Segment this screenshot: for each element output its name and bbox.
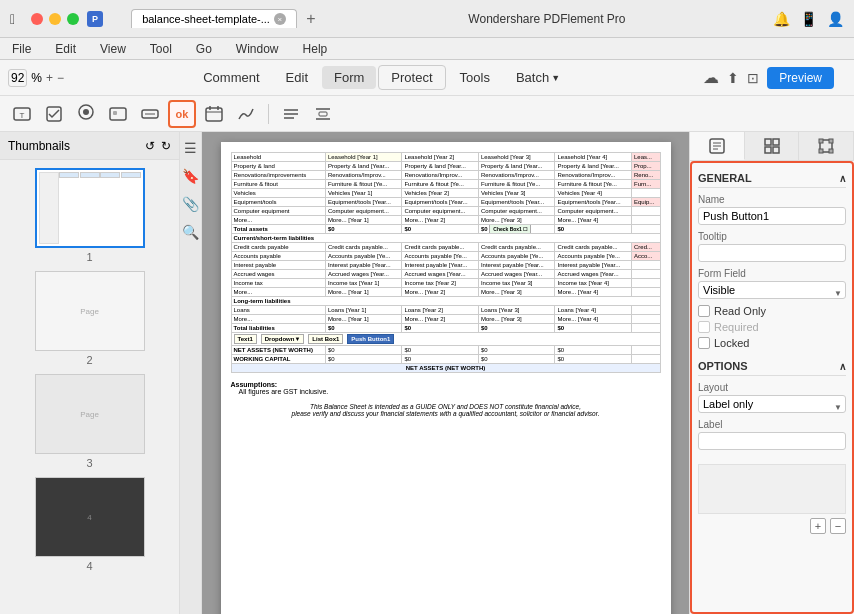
form-field-label: Form Field: [698, 268, 846, 279]
checkbox-button[interactable]: [40, 100, 68, 128]
cloud-upload-icon[interactable]: ☁: [703, 68, 719, 87]
svg-rect-18: [319, 112, 327, 116]
table-row-total: Total assets $0 $0 $0 Check Box1 ☐ $0: [231, 225, 660, 234]
rp-tab-properties[interactable]: [690, 132, 745, 160]
tab-protect[interactable]: Protect: [378, 65, 445, 90]
form-field-select[interactable]: Visible Hidden No Print Hidden and No Pr…: [698, 281, 846, 299]
general-section: GENERAL ∧ Name Tooltip Form Field Visibl…: [698, 169, 846, 349]
general-collapse-icon[interactable]: ∧: [839, 173, 846, 184]
preview-button[interactable]: Preview: [767, 67, 834, 89]
rp-tab-object[interactable]: [799, 132, 854, 160]
panel-action-buttons: + −: [698, 518, 846, 534]
form-toolbar: T ok: [0, 96, 854, 132]
thumbnails-list: 1 Page 2 Page 3 4 4: [0, 160, 179, 614]
general-label: GENERAL: [698, 172, 752, 184]
svg-rect-6: [113, 111, 117, 115]
thumbnail-page-3[interactable]: Page 3: [35, 374, 145, 469]
radio-button[interactable]: [72, 100, 100, 128]
readonly-row: Read Only: [698, 305, 846, 317]
layout-select[interactable]: Label only Icon only Icon top, label bot…: [698, 395, 846, 413]
document-tab[interactable]: balance-sheet-template-... ×: [131, 9, 297, 28]
rp-tab-grid[interactable]: [745, 132, 800, 160]
tab-comment[interactable]: Comment: [191, 66, 271, 89]
close-button[interactable]: [31, 13, 43, 25]
tab-form[interactable]: Form: [322, 66, 376, 89]
zoom-percent: %: [31, 71, 42, 85]
zoom-in-button[interactable]: +: [46, 71, 53, 85]
text-field-button[interactable]: T: [8, 100, 36, 128]
distribute-button[interactable]: [309, 100, 337, 128]
hand-icon[interactable]: ☰: [184, 140, 197, 156]
rotate-right-icon[interactable]: ↻: [161, 139, 171, 153]
thumbnail-page-4[interactable]: 4 4: [35, 477, 145, 572]
locked-label: Locked: [714, 337, 749, 349]
svg-point-4: [83, 109, 89, 115]
required-label: Required: [714, 321, 759, 333]
notification-icon[interactable]: 🔔: [773, 11, 790, 27]
date-button[interactable]: [200, 100, 228, 128]
name-input[interactable]: [698, 207, 846, 225]
svg-rect-31: [829, 149, 833, 153]
zoom-input[interactable]: 92: [8, 69, 27, 87]
ok-button[interactable]: ok: [168, 100, 196, 128]
sidebar-actions: ↺ ↻: [145, 139, 171, 153]
top-navigation: 92 % + − Comment Edit Form Protect Tools…: [0, 60, 854, 96]
menu-file[interactable]: File: [8, 40, 35, 58]
add-item-button[interactable]: +: [810, 518, 826, 534]
menu-view[interactable]: View: [96, 40, 130, 58]
options-label: OPTIONS: [698, 360, 748, 372]
right-panel-content: GENERAL ∧ Name Tooltip Form Field Visibl…: [690, 161, 854, 614]
app-icon: P: [87, 11, 103, 27]
align-button[interactable]: [277, 100, 305, 128]
menu-window[interactable]: Window: [232, 40, 283, 58]
thumb-img-1: [35, 168, 145, 248]
main-content: Thumbnails ↺ ↻: [0, 132, 854, 614]
table-row: Interest payable Interest payable [Year.…: [231, 261, 660, 270]
remove-item-button[interactable]: −: [830, 518, 846, 534]
expand-icon[interactable]: ⊡: [747, 70, 759, 86]
maximize-button[interactable]: [67, 13, 79, 25]
traffic-lights: [31, 13, 79, 25]
thumb-img-2: Page: [35, 271, 145, 351]
tab-tools[interactable]: Tools: [448, 66, 502, 89]
menu-go[interactable]: Go: [192, 40, 216, 58]
minimize-button[interactable]: [49, 13, 61, 25]
locked-checkbox[interactable]: [698, 337, 710, 349]
signature-button[interactable]: [232, 100, 260, 128]
mobile-icon[interactable]: 📱: [800, 11, 817, 27]
account-icon[interactable]: 👤: [827, 11, 844, 27]
search-icon[interactable]: 🔍: [182, 224, 199, 240]
tab-edit[interactable]: Edit: [274, 66, 320, 89]
table-row: Accounts payable Accounts payable [Ye...…: [231, 252, 660, 261]
table-row: NET ASSETS (NET WORTH) $0 $0 $0 $0: [231, 346, 660, 355]
tab-batch[interactable]: Batch ▼: [504, 66, 572, 89]
image-button[interactable]: [104, 100, 132, 128]
text-input-button[interactable]: [136, 100, 164, 128]
menu-edit[interactable]: Edit: [51, 40, 80, 58]
options-section: OPTIONS ∧ Layout Label only Icon only Ic…: [698, 357, 846, 456]
svg-rect-5: [110, 108, 126, 120]
menu-help[interactable]: Help: [299, 40, 332, 58]
zoom-out-button[interactable]: −: [57, 71, 64, 85]
upload-icon[interactable]: ⬆: [727, 70, 739, 86]
thumbnail-page-2[interactable]: Page 2: [35, 271, 145, 366]
new-tab-button[interactable]: +: [301, 9, 321, 29]
svg-rect-28: [819, 139, 823, 143]
table-row: Long-term liabilities: [231, 297, 660, 306]
svg-rect-25: [765, 147, 771, 153]
tooltip-input[interactable]: [698, 244, 846, 262]
readonly-checkbox[interactable]: [698, 305, 710, 317]
rotate-left-icon[interactable]: ↺: [145, 139, 155, 153]
thumbnail-page-1[interactable]: 1: [35, 168, 145, 263]
menu-tool[interactable]: Tool: [146, 40, 176, 58]
options-collapse-icon[interactable]: ∧: [839, 361, 846, 372]
tab-close-button[interactable]: ×: [274, 13, 286, 25]
required-checkbox[interactable]: [698, 321, 710, 333]
attachment-icon[interactable]: 📎: [182, 196, 199, 212]
bookmark-icon[interactable]: 🔖: [182, 168, 199, 184]
svg-rect-24: [773, 139, 779, 145]
label-input[interactable]: [698, 432, 846, 450]
table-row: Loans Loans [Year 1] Loans [Year 2] Loan…: [231, 306, 660, 315]
table-row: Leasehold Leasehold [Year 1] Leasehold […: [231, 153, 660, 162]
sidebar-left: Thumbnails ↺ ↻: [0, 132, 180, 614]
